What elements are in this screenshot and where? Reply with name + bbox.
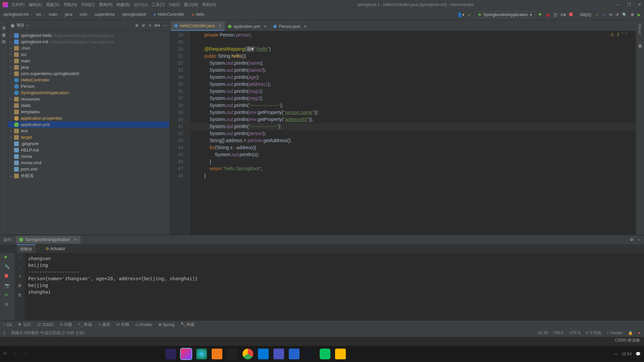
inspection-summary[interactable]: ⚠ 2 ˆ ˇ	[610, 32, 627, 37]
line-number[interactable]: 45	[169, 151, 183, 158]
restart-button[interactable]: ⟳	[5, 293, 10, 298]
line-number[interactable]: 41	[169, 123, 183, 130]
console-output[interactable]: zhangsan beijing ------------------ Pers…	[25, 253, 644, 320]
search-icon[interactable]: 🔍	[622, 12, 627, 17]
code-line[interactable]: System.out.println(s);	[194, 151, 633, 158]
windows-start-icon[interactable]: ⊞	[3, 351, 9, 357]
vcs-commit-icon[interactable]: ✓	[595, 12, 599, 17]
bottom-tool[interactable]: ᚴ Git	[3, 322, 12, 327]
tree-node[interactable]: springboot-helloD:\java\work\springboot-…	[8, 32, 169, 39]
steam-icon[interactable]	[304, 349, 315, 359]
stop-button[interactable]	[5, 274, 10, 279]
camera-icon[interactable]: 📷	[5, 283, 10, 289]
breadcrumb[interactable]: springboot-init〉src〉main〉java〉com〉superd…	[3, 12, 205, 17]
edge-icon[interactable]	[196, 349, 207, 359]
breadcrumb-item[interactable]: hello	[196, 12, 204, 17]
line-number[interactable]: 47	[169, 165, 183, 172]
chevron-down-icon[interactable]: ▾	[26, 23, 29, 28]
tree-node[interactable]: springboot-initD:\java\work\springboot-1…	[8, 39, 169, 45]
line-number[interactable]: 48	[169, 172, 183, 179]
code-line[interactable]: System.out.println(name);	[194, 60, 633, 67]
run-config-selector[interactable]: ❃ SpringbootInitApplication ▾	[474, 11, 536, 18]
line-number[interactable]: 44	[169, 144, 183, 151]
taskview-icon[interactable]: ▭	[23, 351, 30, 357]
menu-item[interactable]: 文件(F)	[11, 2, 24, 7]
layout-icon[interactable]: ⊞	[5, 302, 10, 307]
code-line[interactable]: System.out.println(person);	[194, 130, 633, 137]
menu-item[interactable]: 重构(R)	[99, 2, 113, 7]
tool-icon[interactable]: 🔧	[5, 264, 10, 270]
expand-all-icon[interactable]: ⇵	[142, 23, 145, 28]
tree-node[interactable]: application.properties	[8, 115, 169, 121]
menu-item[interactable]: 帮助(H)	[202, 2, 216, 7]
line-number[interactable]: 32	[169, 60, 183, 67]
code-line[interactable]: System.out.println("-----------------");	[191, 123, 636, 130]
vcs-push-icon[interactable]: ↗	[602, 12, 605, 17]
tree-node[interactable]: Person	[8, 83, 169, 89]
scroll-up-icon[interactable]: ↑	[19, 255, 21, 260]
breadcrumb-item[interactable]: src	[36, 12, 41, 17]
code-line[interactable]: System.out.println(msg2);	[194, 95, 633, 102]
code-with-me-icon[interactable]: 👤▾	[457, 12, 464, 17]
code-area[interactable]: 2829303132333435363738394041424344454647…	[169, 31, 636, 235]
tree-node[interactable]: .mvn	[8, 45, 169, 51]
breadcrumb-item[interactable]: superdemo	[95, 12, 115, 17]
settings-icon[interactable]: ⚙	[631, 12, 634, 17]
close-icon[interactable]: ✕	[74, 237, 77, 242]
profile-icon[interactable]: ⊙▾	[560, 12, 566, 17]
tree-node[interactable]: mvnw.cmd	[8, 160, 169, 166]
tree-node[interactable]: static	[8, 102, 169, 109]
bottom-tool[interactable]: ⊙ Profiler	[135, 322, 152, 327]
line-number[interactable]: 38	[169, 102, 183, 109]
tray-clock[interactable]: 16:54	[622, 352, 632, 356]
tree-node[interactable]: com.superdemo.springbootinit	[8, 70, 169, 77]
close-icon[interactable]: ✕	[304, 24, 307, 29]
clear-icon[interactable]: 🗑	[18, 293, 22, 297]
menu-item[interactable]: Git(G)	[169, 2, 180, 7]
tree-node[interactable]: src	[8, 51, 169, 58]
debug-button[interactable]: 🐞	[545, 12, 550, 17]
wechat-icon[interactable]	[320, 349, 330, 359]
tree-node[interactable]: HelloController	[8, 77, 169, 83]
close-icon[interactable]: ✕	[263, 24, 267, 29]
rerun-button[interactable]	[5, 255, 10, 260]
line-number[interactable]: 40	[169, 116, 183, 123]
tool-tab[interactable]: Maven	[638, 23, 642, 35]
cortana-icon[interactable]: ○	[13, 351, 19, 357]
line-number[interactable]: 46	[169, 158, 183, 165]
tree-node[interactable]: mvnw	[8, 153, 169, 160]
intellij-icon[interactable]	[181, 349, 192, 359]
tree-node[interactable]: 外部库	[8, 172, 169, 180]
git-branch[interactable]: ᚴ master	[607, 330, 623, 335]
bottom-tool[interactable]: 🔨 构建	[180, 322, 195, 327]
bottom-tool[interactable]: >_ 终端	[78, 322, 92, 327]
line-number[interactable]: 30	[169, 46, 183, 53]
menu-item[interactable]: 窗口(W)	[184, 2, 198, 7]
line-number[interactable]: 28	[169, 32, 183, 39]
tree-node[interactable]: application.yml	[8, 121, 169, 128]
menu-item[interactable]: 运行(U)	[134, 2, 148, 7]
vcs-history-icon[interactable]: ⟲	[609, 12, 612, 17]
run-anything-icon[interactable]: ▶	[638, 12, 641, 17]
bottom-tool[interactable]: ⊘ 问题	[60, 322, 72, 327]
settings-icon[interactable]: ⚙	[630, 237, 634, 242]
explorer-icon[interactable]	[335, 349, 346, 359]
run-button[interactable]	[539, 12, 542, 17]
line-number[interactable]: 31	[169, 53, 183, 60]
bottom-tool[interactable]: ☑ TODO	[37, 322, 54, 327]
tree-node[interactable]: target	[8, 134, 169, 140]
select-opened-icon[interactable]: ⊕	[135, 23, 139, 28]
line-separator[interactable]: CRLF	[553, 330, 564, 335]
bottom-tool[interactable]: ❃ Spring	[158, 322, 174, 327]
memory-indicator[interactable]: ●	[638, 330, 641, 335]
code-line[interactable]: String[] address = person.getAddress();	[194, 137, 633, 144]
bottom-tool[interactable]: ⊙ 服务	[98, 322, 110, 327]
code-line[interactable]: }	[194, 172, 633, 179]
system-tray[interactable]: ▭ 16:54 💬	[614, 352, 641, 356]
line-number[interactable]: 29	[169, 39, 183, 46]
code-line[interactable]: System.out.println(env.getProperty("pers…	[194, 109, 633, 116]
terminal-icon[interactable]	[227, 349, 238, 359]
todo-icon[interactable]	[289, 349, 300, 359]
wrap-icon[interactable]: ↲	[18, 274, 21, 279]
project-tree[interactable]: springboot-helloD:\java\work\springboot-…	[8, 31, 169, 235]
